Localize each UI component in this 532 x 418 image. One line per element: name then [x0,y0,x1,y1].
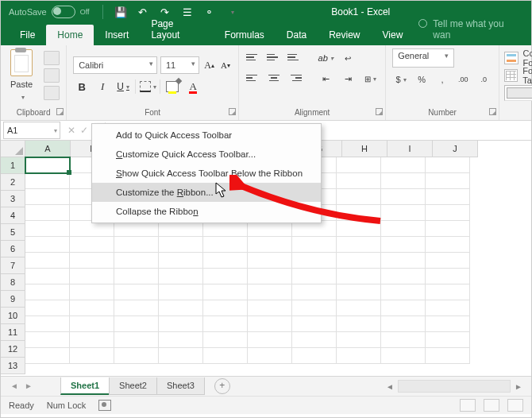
cell-I8[interactable] [381,269,426,284]
bold-button[interactable]: B [73,79,91,95]
decrease-font-button[interactable]: A▾ [219,57,232,73]
column-header-I[interactable]: I [387,141,433,157]
decrease-indent-button[interactable]: ⇤ [317,71,334,87]
cell-G9[interactable] [292,284,337,300]
row-header-2[interactable]: 2 [1,174,25,191]
enter-formula-icon[interactable]: ✓ [80,125,88,136]
view-layout-button[interactable] [484,399,499,412]
tab-view[interactable]: View [372,25,414,45]
cell-C10[interactable] [114,300,159,316]
fill-color-button[interactable] [164,79,181,95]
cell-G11[interactable] [292,316,337,332]
sheet-nav-prev-icon[interactable]: ◄ [9,381,20,392]
cell-G8[interactable] [292,269,337,284]
increase-font-button[interactable]: A▴ [202,57,215,73]
cell-C5[interactable] [114,221,159,237]
align-middle-button[interactable] [266,50,282,64]
cell-H6[interactable] [337,237,381,253]
cell-E13[interactable] [203,348,248,364]
context-menu-item-0[interactable]: Add to Quick Access Toolbar [92,126,321,145]
sheet-tab-Sheet3[interactable]: Sheet3 [156,377,205,395]
font-color-button[interactable]: A [184,79,202,95]
add-sheet-button[interactable]: + [214,378,230,394]
cell-G6[interactable] [292,237,337,253]
scroll-left-icon[interactable]: ◄ [384,382,396,391]
cell-H9[interactable] [337,284,381,300]
column-header-J[interactable]: J [433,141,478,157]
row-header-9[interactable]: 9 [1,291,25,308]
cell-I13[interactable] [381,348,426,364]
paste-dropdown-icon[interactable] [19,91,25,102]
cell-J4[interactable] [426,205,470,221]
comma-format-button[interactable]: , [434,72,451,87]
cell-H10[interactable] [337,300,381,316]
font-dialog-launcher[interactable] [229,108,236,115]
cell-F7[interactable] [248,253,292,269]
cell-A3[interactable] [25,189,70,205]
cell-G12[interactable] [292,332,337,348]
cell-D13[interactable] [159,348,203,364]
sheet-tab-Sheet1[interactable]: Sheet1 [60,377,110,395]
tab-home[interactable]: Home [46,25,94,45]
cell-J10[interactable] [426,300,470,316]
save-icon[interactable]: 💾 [114,6,127,18]
sheet-tab-Sheet2[interactable]: Sheet2 [109,377,157,395]
cell-D9[interactable] [159,284,203,300]
format-painter-icon[interactable] [44,86,60,100]
border-button[interactable] [139,79,156,95]
macro-record-icon[interactable] [98,400,111,411]
tab-data[interactable]: Data [276,25,318,45]
cell-J11[interactable] [426,316,470,332]
cell-I7[interactable] [381,253,426,269]
cell-E12[interactable] [203,332,248,348]
underline-button[interactable]: U [114,79,132,95]
tab-tell-me[interactable]: Tell me what you wan [414,14,531,45]
cell-B11[interactable] [70,316,114,332]
cell-G5[interactable] [292,221,337,237]
autosave-pill[interactable] [52,6,75,18]
context-menu-item-4[interactable]: Collapse the Ribbon [92,202,321,221]
cell-B10[interactable] [70,300,114,316]
view-pagebreak-button[interactable] [507,399,523,412]
cell-A9[interactable] [25,284,70,300]
row-header-4[interactable]: 4 [1,207,25,224]
align-left-button[interactable] [245,71,261,85]
tab-page-layout[interactable]: Page Layout [140,14,213,45]
increase-indent-button[interactable]: ⇥ [339,71,357,87]
tab-file[interactable]: File [9,25,46,45]
cell-I9[interactable] [381,284,426,300]
scroll-right-icon[interactable]: ► [512,382,525,391]
cell-C9[interactable] [114,284,159,300]
cell-F11[interactable] [248,316,292,332]
cell-J5[interactable] [426,221,470,237]
sheet-nav-next-icon[interactable]: ► [23,381,34,392]
align-bottom-button[interactable] [287,50,303,64]
select-all-corner[interactable] [1,141,25,157]
conditional-formatting-button[interactable]: Conditional Forma [504,50,532,66]
clipboard-dialog-launcher[interactable] [56,108,64,115]
cell-F13[interactable] [248,348,292,364]
qat-customize-icon[interactable] [226,6,238,18]
cell-F12[interactable] [248,332,292,348]
cell-D7[interactable] [159,253,203,269]
cell-F10[interactable] [248,300,292,316]
row-header-10[interactable]: 10 [1,308,25,324]
cell-D8[interactable] [159,269,203,284]
cell-I5[interactable] [381,221,426,237]
cell-D5[interactable] [159,221,203,237]
cell-J2[interactable] [426,173,470,189]
cell-J1[interactable] [426,157,470,173]
row-header-8[interactable]: 8 [1,274,25,291]
row-header-1[interactable]: 1 [1,157,25,174]
cell-A13[interactable] [25,348,70,364]
cell-J13[interactable] [426,348,470,364]
context-menu-item-3[interactable]: Customize the Ribbon... [92,183,321,202]
cell-H11[interactable] [337,316,381,332]
percent-format-button[interactable]: % [413,72,430,87]
cell-I4[interactable] [381,205,426,221]
column-header-H[interactable]: H [342,141,387,157]
cell-F8[interactable] [248,269,292,284]
horizontal-scrollbar[interactable]: ◄ ► [384,380,531,393]
cell-I1[interactable] [381,157,426,173]
cell-H3[interactable] [337,189,381,205]
